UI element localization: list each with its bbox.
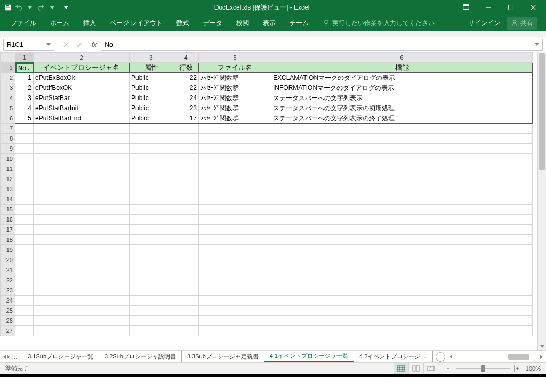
cell[interactable]: 4	[15, 103, 34, 113]
row-header[interactable]: 11	[1, 164, 15, 174]
cell[interactable]	[173, 275, 199, 285]
cell[interactable]	[15, 296, 34, 306]
cell[interactable]: ePutStatBarEnd	[34, 113, 130, 124]
tab-formulas[interactable]: 数式	[170, 15, 196, 31]
cell[interactable]	[199, 306, 271, 316]
cell[interactable]	[173, 184, 199, 194]
row-header[interactable]: 7	[1, 124, 15, 134]
cell[interactable]	[199, 235, 271, 245]
cell[interactable]: Public	[130, 93, 173, 103]
cell[interactable]	[271, 184, 533, 194]
undo-icon[interactable]	[15, 4, 22, 11]
col-header[interactable]: 1	[15, 53, 34, 63]
tab-review[interactable]: 校閲	[230, 15, 255, 31]
cell[interactable]	[130, 245, 173, 255]
cell[interactable]	[34, 306, 130, 316]
row-header[interactable]: 1	[1, 63, 15, 73]
cell[interactable]: 属性	[130, 63, 173, 73]
cell[interactable]	[130, 205, 173, 215]
cell[interactable]	[130, 194, 173, 205]
cell[interactable]	[15, 194, 34, 205]
cell[interactable]: 22	[173, 83, 199, 93]
cell[interactable]	[15, 164, 34, 174]
cell[interactable]: ステータスバーへの文字列表示の終了処理	[271, 113, 533, 124]
cell[interactable]	[15, 184, 34, 194]
cell[interactable]	[15, 316, 34, 326]
cell[interactable]	[271, 144, 533, 154]
row-header[interactable]: 10	[1, 154, 15, 164]
cell[interactable]	[199, 285, 271, 296]
cell[interactable]	[130, 215, 173, 225]
cell[interactable]	[130, 326, 173, 336]
cell[interactable]: 5	[15, 113, 34, 124]
cell[interactable]	[173, 205, 199, 215]
cell[interactable]	[130, 306, 173, 316]
cell[interactable]	[34, 296, 130, 306]
cell[interactable]: 24	[173, 93, 199, 103]
cell[interactable]	[271, 316, 533, 326]
cell[interactable]	[15, 265, 34, 275]
row-header[interactable]: 24	[1, 296, 15, 306]
cell[interactable]	[173, 316, 199, 326]
cell[interactable]	[199, 174, 271, 184]
tab-team[interactable]: チーム	[283, 15, 315, 31]
cell[interactable]: ﾒｯｾｰｼﾞ関数群	[199, 93, 271, 103]
share-button[interactable]: 共有	[507, 17, 537, 30]
cell[interactable]	[271, 205, 533, 215]
cell[interactable]	[199, 316, 271, 326]
cell[interactable]	[15, 154, 34, 164]
cell[interactable]: 2	[15, 83, 34, 93]
signin-link[interactable]: サインイン	[468, 19, 500, 28]
cell[interactable]	[173, 164, 199, 174]
cell[interactable]	[34, 154, 130, 164]
view-page-break-button[interactable]	[423, 363, 438, 374]
tab-list-ellipsis[interactable]: ...	[14, 354, 19, 360]
sheet-tab[interactable]: 4.2イベントプロシージ ...	[354, 351, 433, 362]
cell[interactable]	[199, 134, 271, 144]
zoom-slider[interactable]	[456, 368, 510, 369]
cell[interactable]	[34, 285, 130, 296]
row-header[interactable]: 2	[1, 73, 15, 83]
cell[interactable]	[130, 124, 173, 134]
cell[interactable]: 22	[173, 73, 199, 83]
cell[interactable]	[130, 235, 173, 245]
cell[interactable]	[271, 124, 533, 134]
cell[interactable]	[173, 296, 199, 306]
cell[interactable]	[15, 124, 34, 134]
cell[interactable]: Public	[130, 73, 173, 83]
cell[interactable]	[15, 255, 34, 265]
cell[interactable]	[199, 265, 271, 275]
cell[interactable]	[130, 134, 173, 144]
cell[interactable]	[130, 144, 173, 154]
cell[interactable]: ステータスバーへの文字列表示の初期処理	[271, 103, 533, 113]
sheet-tab[interactable]: 3.2Subプロシージャ説明書	[99, 351, 182, 362]
cell[interactable]: ePutStatBar	[34, 93, 130, 103]
cell[interactable]	[34, 174, 130, 184]
cell[interactable]	[173, 265, 199, 275]
col-header[interactable]: 2	[34, 53, 130, 63]
row-header[interactable]: 26	[1, 316, 15, 326]
row-header[interactable]: 25	[1, 306, 15, 316]
cell[interactable]	[130, 174, 173, 184]
cell[interactable]: イベントプロシージャ名	[34, 63, 130, 73]
row-header[interactable]: 23	[1, 285, 15, 296]
cell[interactable]	[271, 215, 533, 225]
cell[interactable]: 行数	[173, 63, 199, 73]
hscroll-right-icon[interactable]	[540, 355, 543, 359]
cell[interactable]	[130, 164, 173, 174]
cell[interactable]	[15, 205, 34, 215]
cell[interactable]	[173, 194, 199, 205]
cell[interactable]	[271, 326, 533, 336]
cell[interactable]	[199, 205, 271, 215]
cell[interactable]	[199, 154, 271, 164]
cell[interactable]	[130, 184, 173, 194]
cell[interactable]	[34, 225, 130, 235]
cell[interactable]	[271, 296, 533, 306]
cell[interactable]: 1	[15, 73, 34, 83]
row-header[interactable]: 16	[1, 215, 15, 225]
vertical-scrollbar[interactable]	[537, 52, 546, 350]
tab-view[interactable]: 表示	[256, 15, 282, 31]
row-header[interactable]: 21	[1, 265, 15, 275]
cell[interactable]	[271, 154, 533, 164]
cell[interactable]	[34, 275, 130, 285]
